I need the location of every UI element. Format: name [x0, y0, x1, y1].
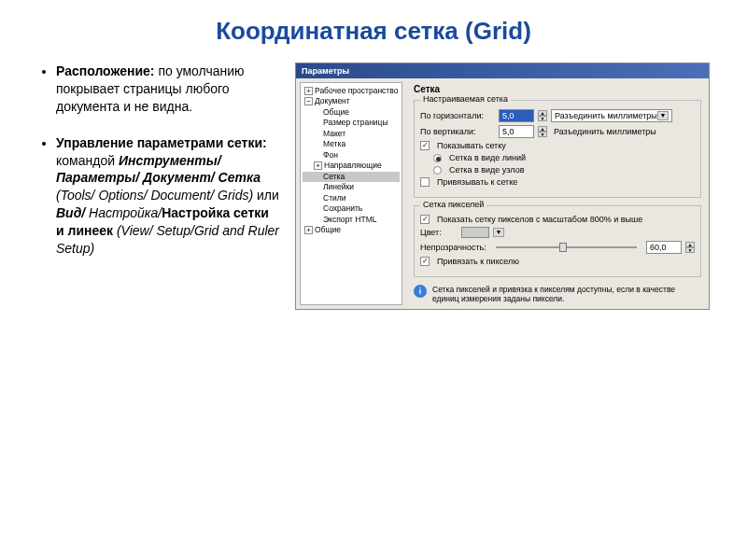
expand-icon[interactable]: + [314, 161, 322, 170]
slide-title: Координатная сетка (Grid) [37, 17, 710, 46]
horiz-input[interactable]: 5,0 [499, 109, 534, 122]
bullet-list: Расположение: по умолчанию покрывает стр… [37, 63, 280, 310]
options-dialog: Параметры +Рабочее пространство −Докумен… [295, 63, 710, 310]
expand-icon[interactable]: + [304, 87, 313, 95]
snap-grid-checkbox[interactable] [420, 177, 430, 187]
b2-label: Управление параметрами сетки: [56, 135, 267, 150]
color-picker[interactable] [461, 227, 489, 238]
tree-document[interactable]: −Документ [303, 96, 400, 106]
vert-unit-label: Разъединить миллиметры [551, 126, 672, 137]
vert-input[interactable]: 5,0 [499, 125, 534, 138]
horiz-unit-dropdown[interactable]: Разъединить миллиметры▼ [551, 109, 672, 122]
bullet-1: Расположение: по умолчанию покрывает стр… [56, 63, 280, 116]
pixel-grid-group: Сетка пикселей ✓Показать сетку пикселов … [414, 205, 701, 277]
chevron-down-icon: ▼ [657, 111, 669, 120]
collapse-icon[interactable]: − [304, 97, 313, 105]
horiz-label: По горизонтали: [420, 111, 495, 120]
tree-label[interactable]: Метка [303, 139, 400, 149]
nav-tree[interactable]: +Рабочее пространство −Документ Общие Ра… [300, 82, 402, 305]
opacity-input[interactable]: 60,0 [646, 241, 682, 254]
panel-heading: Сетка [414, 84, 701, 94]
info-icon: i [414, 285, 427, 298]
group2-title: Сетка пикселей [420, 200, 486, 209]
vert-spinner[interactable]: ▲▼ [538, 126, 547, 137]
group1-title: Настраиваемая сетка [420, 94, 511, 104]
info-note: i Сетка пикселей и привязка к пикселям д… [414, 285, 701, 303]
expand-icon[interactable]: + [304, 226, 313, 234]
grid-lines-radio[interactable] [433, 154, 442, 162]
tree-pagesize[interactable]: Размер страницы [303, 118, 400, 128]
opacity-spinner[interactable]: ▲▼ [685, 242, 695, 253]
slider-thumb[interactable] [559, 243, 567, 252]
custom-grid-group: Настраиваемая сетка По горизонтали: 5,0 … [414, 100, 701, 198]
dialog-titlebar: Параметры [296, 63, 709, 78]
tree-save[interactable]: Сохранить [303, 203, 400, 214]
tree-global[interactable]: +Общие [303, 225, 400, 235]
grid-nodes-radio[interactable] [433, 166, 442, 175]
opacity-slider[interactable] [496, 246, 637, 248]
tree-layout[interactable]: Макет [303, 129, 400, 139]
snap-pixel-checkbox[interactable]: ✓ [420, 257, 430, 266]
b1-label: Расположение: [56, 63, 155, 78]
settings-panel: Сетка Настраиваемая сетка По горизонтали… [406, 78, 709, 309]
tree-rulers[interactable]: Линейки [303, 182, 400, 192]
tree-background[interactable]: Фон [303, 150, 400, 161]
opacity-label: Непрозрачность: [420, 243, 486, 252]
horiz-spinner[interactable]: ▲▼ [538, 110, 547, 121]
show-grid-checkbox[interactable]: ✓ [420, 141, 430, 150]
tree-styles[interactable]: Стили [303, 193, 400, 203]
tree-workspace[interactable]: +Рабочее пространство [303, 86, 400, 96]
color-label: Цвет: [420, 228, 458, 237]
tree-general[interactable]: Общие [303, 107, 400, 118]
vert-label: По вертикали: [420, 127, 495, 136]
chevron-down-icon[interactable]: ▼ [493, 228, 504, 237]
tree-grid[interactable]: Сетка [303, 172, 400, 182]
bullet-2: Управление параметрами сетки: командой И… [56, 134, 280, 258]
tree-export[interactable]: Экспорт HTML [303, 215, 400, 225]
show-pixel-checkbox[interactable]: ✓ [420, 215, 430, 224]
tree-guides[interactable]: +Направляющие [303, 161, 400, 171]
